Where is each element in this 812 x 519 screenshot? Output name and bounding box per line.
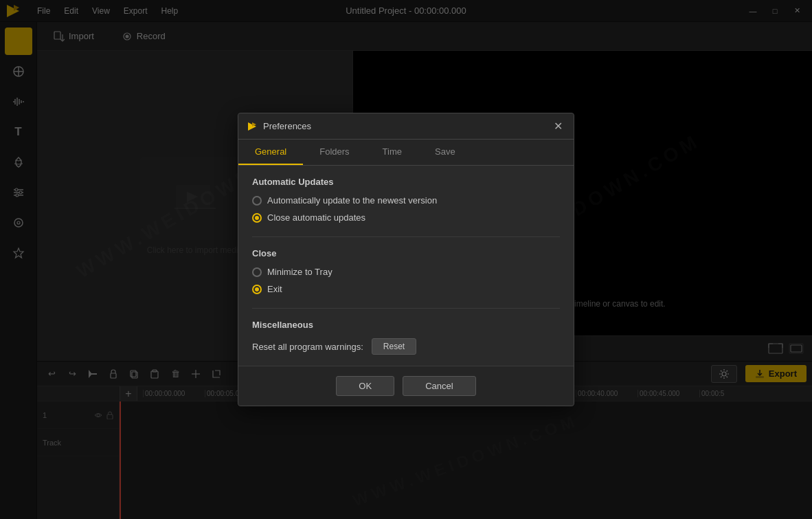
radio-minimize-tray[interactable]: Minimize to Tray [252, 267, 560, 277]
reset-warnings-label: Reset all program warnings: [252, 342, 363, 352]
modal-footer: OK Cancel [238, 366, 574, 406]
automatic-updates-section-title: Automatic Updates [252, 177, 560, 187]
tab-folders[interactable]: Folders [303, 140, 365, 165]
tab-general[interactable]: General [238, 140, 303, 165]
modal-title-area: Preferences [247, 121, 311, 132]
automatic-updates-group: Automatically update to the newest versi… [252, 195, 560, 223]
tab-time[interactable]: Time [366, 140, 418, 165]
radio-close-updates[interactable]: Close automatic updates [252, 212, 560, 223]
reset-button[interactable]: Reset [372, 338, 416, 355]
modal-title-text: Preferences [263, 121, 311, 131]
preferences-modal: Preferences ✕ General Folders Time Save … [238, 113, 574, 406]
close-section-title: Close [252, 248, 560, 258]
modal-overlay: Preferences ✕ General Folders Time Save … [0, 0, 812, 519]
radio-exit-label: Exit [267, 284, 282, 294]
close-group: Minimize to Tray Exit [252, 267, 560, 294]
modal-tabs: General Folders Time Save [238, 140, 574, 166]
divider-2 [252, 308, 560, 309]
modal-header: Preferences ✕ [238, 113, 574, 140]
radio-auto-update[interactable]: Automatically update to the newest versi… [252, 195, 560, 206]
divider-1 [252, 236, 560, 237]
radio-close-updates-circle [252, 213, 262, 223]
radio-exit-circle [252, 285, 262, 294]
ok-button[interactable]: OK [336, 376, 394, 396]
radio-auto-update-circle [252, 196, 262, 206]
tab-save[interactable]: Save [418, 140, 472, 165]
cancel-button[interactable]: Cancel [403, 376, 475, 396]
radio-minimize-tray-circle [252, 267, 262, 277]
radio-minimize-tray-label: Minimize to Tray [267, 267, 332, 277]
modal-logo-icon [247, 121, 258, 132]
modal-body: Automatic Updates Automatically update t… [238, 166, 574, 366]
radio-exit[interactable]: Exit [252, 284, 560, 294]
radio-close-updates-label: Close automatic updates [267, 212, 365, 223]
misc-reset-row: Reset all program warnings: Reset [252, 338, 560, 355]
modal-close-button[interactable]: ✕ [550, 119, 565, 134]
misc-section-title: Miscellaneous [252, 320, 560, 330]
radio-auto-update-label: Automatically update to the newest versi… [267, 195, 437, 206]
